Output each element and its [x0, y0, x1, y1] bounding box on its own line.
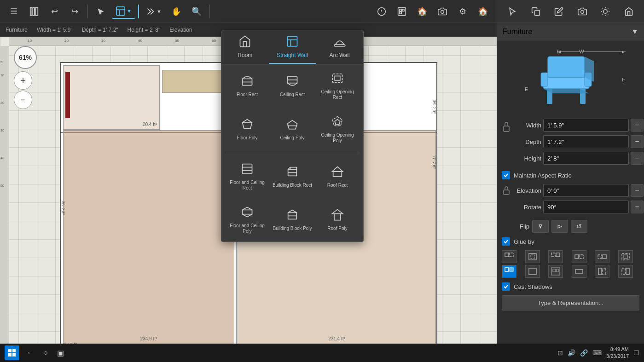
svg-marker-35	[335, 119, 340, 125]
flip-horizontal-button[interactable]: ⊳	[551, 220, 568, 233]
glue-cell-3[interactable]	[548, 250, 563, 263]
edit-dropdown[interactable]: ▼	[142, 5, 165, 18]
notification-button[interactable]: ☐	[633, 349, 639, 356]
svg-rect-90	[557, 269, 558, 272]
library-button[interactable]	[25, 2, 43, 21]
taskbar-icon-1[interactable]: ⊡	[557, 349, 563, 356]
svg-point-54	[603, 9, 607, 13]
taskbar-icon-4[interactable]: ⌨	[592, 349, 602, 356]
camera-button[interactable]	[433, 2, 452, 21]
time-display: 8:49 AM	[606, 346, 629, 353]
glue-row: Glue by	[502, 237, 639, 246]
menu-divider	[225, 153, 360, 153]
ceiling-poly-item[interactable]: Ceiling Poly	[270, 111, 314, 147]
rotate-decrease[interactable]: −	[631, 201, 644, 213]
panel-pointer-tool[interactable]	[504, 3, 521, 20]
flip-vertical-button[interactable]: ⛛	[532, 220, 549, 233]
width-input[interactable]	[543, 119, 629, 132]
ceiling-opening-rect-item[interactable]: Ceiling Opening Rect	[315, 68, 360, 104]
3d-view-button[interactable]: 🏠	[413, 2, 431, 21]
building-block-rect-item[interactable]: Building Block Rect	[270, 159, 314, 195]
taskbar-icon-2[interactable]: 🔊	[568, 349, 575, 356]
svg-marker-30	[243, 120, 252, 129]
glue-cell-4[interactable]	[572, 250, 586, 263]
panel-copy-tool[interactable]	[528, 3, 544, 20]
ceiling-opening-rect-label: Ceiling Opening Rect	[317, 89, 358, 100]
glue-cell-1[interactable]	[502, 250, 516, 263]
ceiling-opening-poly-item[interactable]: Ceiling Opening Poly	[315, 111, 360, 147]
search-tool[interactable]: 🔍	[187, 2, 206, 21]
svg-rect-98	[8, 353, 12, 356]
svg-point-53	[580, 10, 584, 13]
glue-checkbox[interactable]	[502, 237, 510, 246]
height-label: Height	[514, 155, 541, 162]
width-decrease[interactable]: −	[631, 119, 644, 132]
home-taskbar-button[interactable]: ○	[41, 347, 50, 359]
redo-button[interactable]: ↪	[65, 2, 84, 21]
roof-poly-item[interactable]: Roof Poly	[315, 202, 360, 238]
panel-dropdown-arrow[interactable]: ▼	[631, 28, 638, 36]
menu-button[interactable]: ☰	[5, 2, 23, 21]
floor-ceiling-poly-item[interactable]: Floor and Ceiling Poly	[225, 202, 269, 238]
height-decrease[interactable]: −	[631, 152, 644, 165]
glue-cell-6[interactable]	[618, 250, 633, 263]
floor-rect-item[interactable]: Floor Rect	[225, 68, 269, 104]
building-block-poly-item[interactable]: Building Block Poly	[270, 202, 314, 238]
svg-rect-0	[30, 7, 32, 15]
select-tool[interactable]	[92, 2, 110, 21]
panel-camera-tool[interactable]	[574, 3, 591, 20]
elevation-input[interactable]	[543, 184, 629, 197]
svg-rect-36	[243, 164, 252, 174]
info-button[interactable]	[372, 2, 391, 21]
2d-view-button[interactable]	[393, 2, 411, 21]
floor-poly-item[interactable]: Floor Poly	[225, 111, 269, 147]
type-representation-button[interactable]: Type & Representation...	[502, 295, 639, 310]
glue-cell-9[interactable]	[548, 265, 563, 278]
ceiling-poly-icon	[286, 118, 299, 133]
rotate-reset-button[interactable]: ↺	[571, 220, 587, 233]
elevation-decrease[interactable]: −	[631, 184, 644, 197]
depth-decrease[interactable]: −	[631, 135, 644, 148]
panel-sun-tool[interactable]	[597, 3, 614, 20]
tab-straight-wall[interactable]: Straight Wall	[269, 30, 316, 64]
glue-cell-7[interactable]	[502, 265, 516, 278]
zoom-in-button[interactable]: +	[14, 71, 32, 90]
floor-ceiling-poly-label: Floor and Ceiling Poly	[227, 223, 267, 234]
windows-button[interactable]: ▣	[55, 347, 66, 359]
settings-button[interactable]: ⚙	[453, 2, 472, 21]
glue-cell-11[interactable]	[595, 265, 609, 278]
home-button[interactable]: 🏠	[474, 2, 492, 21]
height-input[interactable]	[543, 152, 629, 165]
zoom-out-button[interactable]: −	[14, 91, 32, 109]
pan-tool[interactable]: ✋	[167, 2, 186, 21]
glue-cell-10[interactable]	[572, 265, 586, 278]
tab-arc-wall[interactable]: Arc Wall	[316, 30, 363, 64]
glue-grid	[502, 250, 639, 278]
panel-edit-tool[interactable]	[551, 3, 567, 20]
build-dropdown[interactable]: ▼	[112, 4, 135, 19]
roof-rect-item[interactable]: Roof Rect	[315, 159, 360, 195]
building-block-rect-label: Building Block Rect	[273, 183, 312, 188]
back-button[interactable]: ←	[25, 347, 36, 359]
glue-cell-12[interactable]	[618, 265, 633, 278]
undo-button[interactable]: ↩	[45, 2, 64, 21]
glue-cell-2[interactable]	[525, 250, 540, 263]
cast-shadows-row: Cast Shadows	[502, 282, 639, 291]
glue-cell-5[interactable]	[595, 250, 609, 263]
width-label: Width	[514, 122, 541, 129]
aspect-ratio-checkbox[interactable]	[502, 171, 510, 179]
ceiling-rect-item[interactable]: Ceiling Rect	[270, 68, 314, 104]
floor-ceiling-rect-item[interactable]: Floor and Ceiling Rect	[225, 159, 269, 195]
arc-wall-icon	[333, 35, 346, 50]
rotate-input[interactable]	[543, 201, 629, 213]
roof-poly-label: Roof Poly	[327, 226, 347, 231]
glue-cell-8[interactable]	[525, 265, 540, 278]
cast-shadows-checkbox[interactable]	[502, 282, 510, 291]
depth-input[interactable]	[543, 135, 629, 148]
taskbar-icon-3[interactable]: 🔗	[580, 349, 588, 356]
tab-room[interactable]: Room	[221, 30, 269, 64]
panel-home-tool[interactable]	[621, 3, 637, 20]
building-block-poly-label: Building Block Poly	[273, 226, 312, 231]
3d-preview: D W H E ◄ ►	[502, 45, 639, 114]
start-button[interactable]	[5, 345, 19, 360]
